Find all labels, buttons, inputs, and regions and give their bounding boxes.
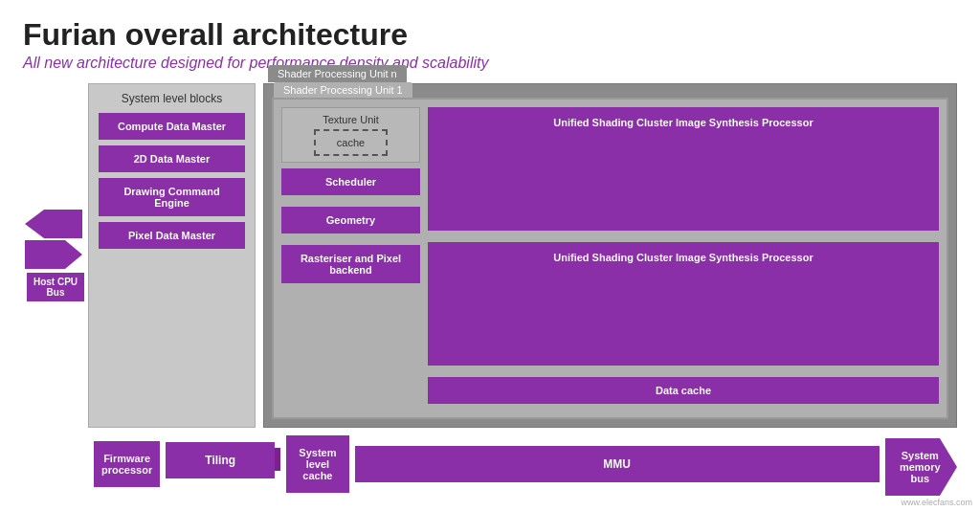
shader-inner-content: Texture Unit cache Scheduler Geometry Ra… <box>281 107 939 410</box>
system-blocks-title: System level blocks <box>122 92 222 105</box>
system-level-cache-btn: System level cache <box>286 435 348 493</box>
usc1-btn: Unified Shading Cluster Image Synthesis … <box>428 107 939 231</box>
usc2-btn: Unified Shading Cluster Image Synthesis … <box>428 242 939 366</box>
subtitle: All new architecture designed for perfor… <box>23 55 957 72</box>
rasteriser-btn: Rasteriser and Pixel backend <box>281 245 420 283</box>
shader-outer-box: Shader Processing Unit n Shader Processi… <box>263 83 957 428</box>
shader-left-column: Texture Unit cache Scheduler Geometry Ra… <box>281 107 420 410</box>
geometry-btn: Geometry <box>281 207 420 233</box>
mmu-btn: MMU <box>355 446 880 482</box>
drawing-command-engine: Drawing Command Engine <box>99 178 245 216</box>
host-cpu-bus-label: Host CPU Bus <box>27 273 84 301</box>
cache-dashed-box: cache <box>314 129 388 156</box>
tiling-front: Tiling <box>166 442 275 478</box>
host-cpu-bus-container: Host CPU Bus <box>23 83 88 428</box>
main-title: Furian overall architecture <box>23 17 957 53</box>
texture-unit-label: Texture Unit <box>323 114 379 125</box>
2d-data-master: 2D Data Master <box>99 145 245 172</box>
shader-inner-label: Shader Processing Unit 1 <box>274 82 412 98</box>
pixel-data-master: Pixel Data Master <box>99 222 245 249</box>
slide: Furian overall architecture All new arch… <box>0 0 980 511</box>
data-cache-btn: Data cache <box>428 377 939 404</box>
system-memory-bus-arrow: System memory bus <box>885 438 957 496</box>
shader-outer-label: Shader Processing Unit n <box>268 65 407 82</box>
shader-outer-container: Shader Processing Unit n Shader Processi… <box>263 83 957 428</box>
diagram-area: Host CPU Bus System level blocks Compute… <box>23 83 957 428</box>
tiling-stack: Tiling <box>166 442 280 492</box>
bottom-row: Firmware processor Tiling System level c… <box>23 435 957 499</box>
scheduler-btn: Scheduler <box>281 168 420 195</box>
system-blocks-panel: System level blocks Compute Data Master … <box>88 83 256 428</box>
shader-right-column: Unified Shading Cluster Image Synthesis … <box>428 107 939 410</box>
watermark: www.elecfans.com <box>901 498 972 507</box>
compute-data-master: Compute Data Master <box>99 113 245 140</box>
firmware-btn: Firmware processor <box>94 441 160 487</box>
shader-inner-box: Shader Processing Unit 1 Texture Unit ca… <box>272 98 948 419</box>
texture-unit-cache-block: Texture Unit cache <box>281 107 420 163</box>
